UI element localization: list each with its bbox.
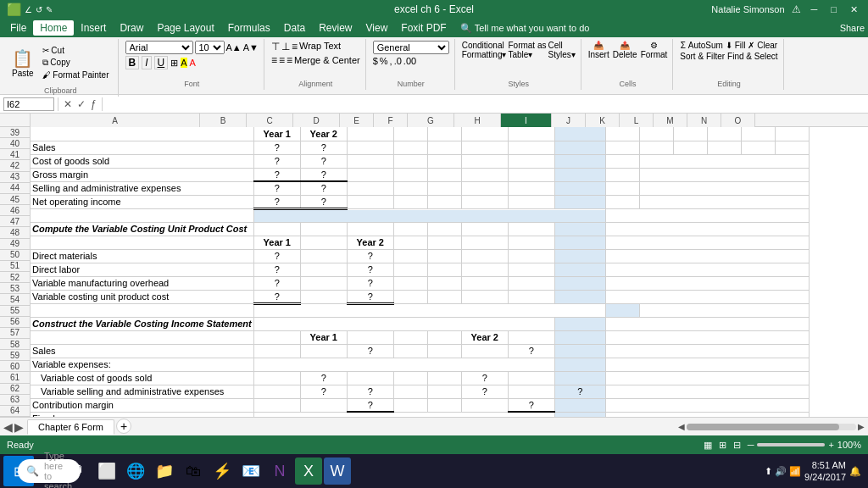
cell-i41[interactable]	[554, 154, 605, 168]
comma-button[interactable]: ,	[390, 56, 392, 66]
increase-decimal-button[interactable]: .0	[394, 56, 402, 66]
cell-l40[interactable]	[673, 141, 707, 154]
cell-e42[interactable]	[393, 168, 427, 181]
borders-button[interactable]: ⊞	[170, 58, 178, 69]
cell-a55[interactable]: Sales	[31, 344, 253, 358]
cell-f47[interactable]	[427, 236, 461, 249]
cell-i50[interactable]	[554, 276, 605, 290]
cell-a47[interactable]	[31, 236, 253, 249]
taskbar-word[interactable]: W	[324, 458, 351, 485]
cell-d44[interactable]	[347, 195, 393, 208]
cell-a57[interactable]: Variable cost of goods sold	[31, 371, 253, 385]
taskbar-store[interactable]: 🛍	[180, 458, 207, 485]
cell-e59[interactable]	[393, 398, 427, 412]
cell-e44[interactable]	[393, 195, 427, 208]
cell-d49[interactable]: ?	[347, 263, 393, 276]
cell-c47[interactable]	[300, 236, 347, 249]
cell-h55[interactable]: ?	[508, 344, 554, 358]
menu-page-layout[interactable]: Page Layout	[150, 20, 220, 36]
cell-g50[interactable]	[461, 276, 508, 290]
cell-d50[interactable]: ?	[347, 276, 393, 290]
menu-file[interactable]: File	[3, 20, 33, 36]
cell-d48[interactable]: ?	[347, 249, 393, 263]
cell-c46[interactable]	[300, 222, 347, 236]
cancel-formula-icon[interactable]: ✕	[62, 98, 74, 110]
align-bottom-button[interactable]: ≡	[292, 41, 298, 53]
cell-d55[interactable]: ?	[347, 344, 393, 358]
cell-j39[interactable]	[605, 127, 639, 141]
cell-h46[interactable]	[508, 222, 554, 236]
cell-h44[interactable]	[508, 195, 554, 208]
cell-a54[interactable]	[31, 330, 253, 344]
cell-c55[interactable]	[300, 344, 347, 358]
wrap-text-button[interactable]: Wrap Text	[299, 41, 341, 53]
cell-j44[interactable]	[605, 195, 639, 208]
cell-c59[interactable]	[300, 398, 347, 412]
conditional-formatting-button[interactable]: ConditionalFormatting▾	[462, 41, 507, 59]
cell-c42[interactable]: ?	[300, 168, 347, 181]
cell-g39[interactable]	[461, 127, 508, 141]
cell-i43[interactable]	[554, 181, 605, 195]
taskbar-taskview[interactable]: ⬜	[93, 458, 120, 485]
cell-j40[interactable]	[605, 141, 639, 154]
cell-b51[interactable]: ?	[253, 290, 300, 303]
delete-cells-button[interactable]: 📤Delete	[613, 41, 637, 59]
cell-k40[interactable]	[639, 141, 673, 154]
cell-b47[interactable]: Year 1	[253, 236, 300, 249]
col-header-j[interactable]: J	[552, 114, 586, 127]
cell-n39[interactable]	[741, 127, 775, 141]
cell-b59[interactable]	[253, 398, 300, 412]
cell-d42[interactable]	[347, 168, 393, 181]
cell-c54[interactable]: Year 1	[300, 330, 347, 344]
decrease-decimal-button[interactable]: .00	[403, 56, 416, 66]
cell-e57[interactable]	[393, 371, 427, 385]
name-box[interactable]: I62	[3, 97, 54, 111]
cell-i56[interactable]	[554, 358, 605, 371]
cell-d46[interactable]	[347, 222, 393, 236]
cell-h42[interactable]	[508, 168, 554, 181]
cell-g58[interactable]: ?	[461, 385, 508, 398]
cell-a43[interactable]: Selling and administrative expenses	[31, 181, 253, 195]
cell-c39[interactable]: Year 2	[300, 127, 347, 141]
cell-g57[interactable]: ?	[461, 371, 508, 385]
percent-button[interactable]: %	[380, 56, 388, 66]
cell-g42[interactable]	[461, 168, 508, 181]
col-header-m[interactable]: M	[654, 114, 687, 127]
taskbar-explorer[interactable]: 📁	[151, 458, 178, 485]
cell-g55[interactable]	[461, 344, 508, 358]
cell-e51[interactable]	[393, 290, 427, 303]
tell-me-input[interactable]: Tell me what you want to do	[475, 23, 590, 33]
cell-h39[interactable]	[508, 127, 554, 141]
cell-f55[interactable]	[427, 344, 461, 358]
cell-b39[interactable]: Year 1	[253, 127, 300, 141]
cell-a46[interactable]: Compute the Variable Costing Unit Produc…	[31, 222, 253, 236]
cell-c43[interactable]: ?	[300, 181, 347, 195]
cell-f50[interactable]	[427, 276, 461, 290]
zoom-in-button[interactable]: +	[828, 440, 833, 450]
cell-b54[interactable]	[253, 330, 300, 344]
menu-foxit[interactable]: Foxit PDF	[394, 20, 453, 36]
cell-g43[interactable]	[461, 181, 508, 195]
cell-i54[interactable]	[554, 330, 605, 344]
view-layout-icon[interactable]: ⊞	[719, 440, 726, 451]
cell-styles-button[interactable]: CellStyles▾	[548, 41, 575, 59]
cell-i47[interactable]	[554, 236, 605, 249]
cell-b44[interactable]: ?	[253, 195, 300, 208]
cell-b48[interactable]: ?	[253, 249, 300, 263]
cell-m40[interactable]	[707, 141, 741, 154]
cell-a60[interactable]: Fixed expenses:	[31, 412, 253, 417]
cell-n40[interactable]	[741, 141, 775, 154]
cell-d39[interactable]	[347, 127, 393, 141]
cell-l39[interactable]	[673, 127, 707, 141]
cell-o39[interactable]	[775, 127, 809, 141]
cell-g51[interactable]	[461, 290, 508, 303]
cell-c41[interactable]: ?	[300, 154, 347, 168]
cell-j43[interactable]	[605, 181, 639, 195]
find-select-button[interactable]: Find & Select	[727, 52, 777, 61]
cell-g47[interactable]	[461, 236, 508, 249]
col-header-a[interactable]: A	[31, 114, 200, 127]
cell-f42[interactable]	[427, 168, 461, 181]
cell-f59[interactable]	[427, 398, 461, 412]
menu-view[interactable]: View	[359, 20, 395, 36]
align-top-button[interactable]: ⊤	[271, 41, 280, 53]
